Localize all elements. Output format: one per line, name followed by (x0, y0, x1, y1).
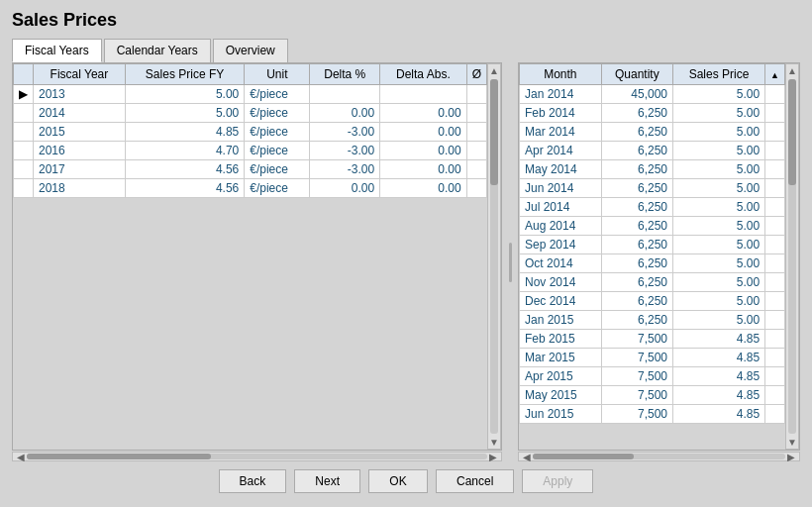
right-table-row[interactable]: Dec 2014 6,250 5.00 (520, 292, 785, 311)
fiscal-years-table: Fiscal Year Sales Price FY Unit Delta % … (13, 63, 487, 198)
row-extra (765, 386, 785, 405)
tab-calendar-years[interactable]: Calendar Years (104, 39, 211, 62)
main-content: Fiscal Year Sales Price FY Unit Delta % … (12, 62, 800, 461)
col-arrow (14, 64, 34, 85)
delta-abs-cell: 0.00 (380, 123, 467, 142)
quantity-cell: 6,250 (601, 273, 672, 292)
sales-price-cell: 4.85 (672, 330, 764, 349)
right-scroll-left-arrow[interactable]: ◀ (521, 452, 533, 462)
delta-abs-cell: 0.00 (380, 142, 467, 160)
left-table-row[interactable]: 2017 4.56 €/piece -3.00 0.00 (14, 160, 487, 179)
delta-pct-cell: -3.00 (310, 160, 380, 179)
sales-price-fy-cell: 4.56 (125, 179, 244, 198)
month-cell: Apr 2015 (520, 367, 602, 386)
fiscal-year-cell: 2017 (34, 160, 126, 179)
quantity-cell: 6,250 (601, 254, 672, 273)
avg-cell (466, 160, 486, 179)
unit-cell: €/piece (245, 104, 310, 123)
tab-overview[interactable]: Overview (213, 39, 288, 62)
avg-cell (466, 123, 486, 142)
scroll-left-arrow[interactable]: ◀ (15, 452, 27, 462)
right-table-row[interactable]: Jun 2015 7,500 4.85 (520, 405, 785, 424)
col-sales-price-fy: Sales Price FY (125, 64, 244, 85)
col-fiscal-year: Fiscal Year (34, 64, 126, 85)
left-table-row[interactable]: 2018 4.56 €/piece 0.00 0.00 (14, 179, 487, 198)
quantity-cell: 6,250 (601, 142, 672, 160)
sales-price-fy-cell: 4.56 (125, 160, 244, 179)
sales-price-fy-cell: 5.00 (125, 104, 244, 123)
unit-cell: €/piece (245, 179, 310, 198)
left-horizontal-scrollbar[interactable]: ◀ ▶ (12, 452, 502, 461)
right-vertical-scrollbar[interactable]: ▲ ▼ (785, 63, 799, 450)
right-table-row[interactable]: Nov 2014 6,250 5.00 (520, 273, 785, 292)
delta-pct-cell: -3.00 (310, 123, 380, 142)
left-table-row[interactable]: ▶ 2013 5.00 €/piece (14, 85, 487, 104)
sales-price-cell: 5.00 (672, 85, 764, 104)
ok-button[interactable]: OK (368, 469, 428, 493)
tab-fiscal-years[interactable]: Fiscal Years (12, 39, 102, 62)
left-table-row[interactable]: 2014 5.00 €/piece 0.00 0.00 (14, 104, 487, 123)
right-table-row[interactable]: Jan 2014 45,000 5.00 (520, 85, 785, 104)
right-scroll-up-arrow[interactable]: ▲ (787, 64, 797, 77)
right-table-row[interactable]: Apr 2014 6,250 5.00 (520, 142, 785, 160)
row-extra (765, 198, 785, 217)
month-cell: May 2015 (520, 386, 602, 405)
scroll-right-arrow[interactable]: ▶ (487, 452, 499, 462)
month-cell: Apr 2014 (520, 142, 602, 160)
sales-price-cell: 5.00 (672, 179, 764, 198)
sales-price-fy-cell: 4.70 (125, 142, 244, 160)
left-table-row[interactable]: 2016 4.70 €/piece -3.00 0.00 (14, 142, 487, 160)
right-table-row[interactable]: Oct 2014 6,250 5.00 (520, 254, 785, 273)
right-table-row[interactable]: Apr 2015 7,500 4.85 (520, 367, 785, 386)
delta-abs-cell (380, 85, 467, 104)
quantity-cell: 7,500 (601, 367, 672, 386)
sales-price-cell: 5.00 (672, 254, 764, 273)
sales-price-cell: 5.00 (672, 142, 764, 160)
right-horizontal-scrollbar[interactable]: ◀ ▶ (518, 452, 800, 461)
row-extra (765, 160, 785, 179)
left-vertical-scrollbar[interactable]: ▲ ▼ (487, 63, 501, 450)
sales-price-cell: 4.85 (672, 349, 764, 367)
next-button[interactable]: Next (294, 469, 360, 493)
right-table-row[interactable]: Jun 2014 6,250 5.00 (520, 179, 785, 198)
right-table-row[interactable]: Feb 2014 6,250 5.00 (520, 104, 785, 123)
right-table-row[interactable]: Jul 2014 6,250 5.00 (520, 198, 785, 217)
right-table-row[interactable]: Mar 2015 7,500 4.85 (520, 349, 785, 367)
scroll-up-arrow[interactable]: ▲ (489, 64, 499, 77)
row-extra (765, 123, 785, 142)
right-scroll-down-arrow[interactable]: ▼ (787, 436, 797, 449)
scroll-track (490, 79, 498, 434)
right-scroll-thumb (788, 79, 796, 185)
left-table-row[interactable]: 2015 4.85 €/piece -3.00 0.00 (14, 123, 487, 142)
back-button[interactable]: Back (219, 469, 287, 493)
month-cell: Jun 2015 (520, 405, 602, 424)
right-table-row[interactable]: May 2015 7,500 4.85 (520, 386, 785, 405)
month-cell: Jun 2014 (520, 179, 602, 198)
apply-button[interactable]: Apply (522, 469, 593, 493)
right-table-row[interactable]: Jan 2015 6,250 5.00 (520, 311, 785, 330)
left-panel: Fiscal Year Sales Price FY Unit Delta % … (12, 62, 502, 461)
delta-abs-cell: 0.00 (380, 104, 467, 123)
vertical-splitter[interactable] (506, 62, 514, 461)
scroll-down-arrow[interactable]: ▼ (489, 436, 499, 449)
sales-price-fy-cell: 4.85 (125, 123, 244, 142)
row-extra (765, 405, 785, 424)
right-table-row[interactable]: Sep 2014 6,250 5.00 (520, 236, 785, 254)
sales-price-cell: 5.00 (672, 311, 764, 330)
fiscal-year-cell: 2013 (34, 85, 126, 104)
sales-price-cell: 5.00 (672, 198, 764, 217)
fiscal-year-cell: 2014 (34, 104, 126, 123)
right-table-row[interactable]: May 2014 6,250 5.00 (520, 160, 785, 179)
right-table-row[interactable]: Aug 2014 6,250 5.00 (520, 217, 785, 236)
left-scroll-thumb (27, 454, 211, 459)
row-extra (765, 179, 785, 198)
month-cell: Jan 2015 (520, 311, 602, 330)
avg-cell (466, 142, 486, 160)
right-scroll-right-arrow[interactable]: ▶ (785, 452, 797, 462)
right-panel: Month Quantity Sales Price ▲ Jan 2014 45… (518, 62, 800, 461)
col-month: Month (520, 64, 602, 85)
month-cell: Feb 2014 (520, 104, 602, 123)
cancel-button[interactable]: Cancel (436, 469, 514, 493)
right-table-row[interactable]: Mar 2014 6,250 5.00 (520, 123, 785, 142)
right-table-row[interactable]: Feb 2015 7,500 4.85 (520, 330, 785, 349)
